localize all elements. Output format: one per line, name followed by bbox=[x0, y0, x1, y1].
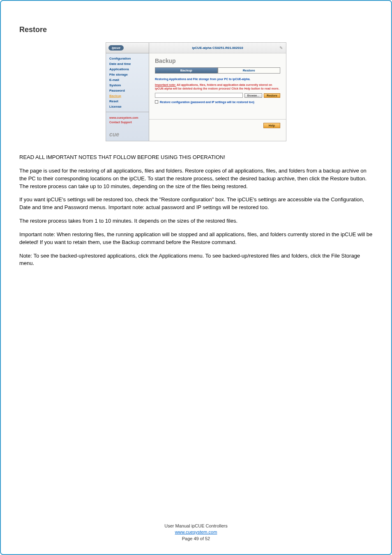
nav-license[interactable]: License bbox=[109, 104, 145, 109]
footer-page-num: Page 49 of 52 bbox=[1, 536, 391, 542]
nav-file-storage[interactable]: File storage bbox=[109, 72, 145, 77]
warning-prefix: Important note: bbox=[155, 83, 176, 86]
header-title: ipCUE-alpha CS0251.R01.002010 bbox=[192, 46, 243, 50]
instruction-text: Restoring Applications and File storage … bbox=[155, 78, 280, 81]
tab-restore[interactable]: Restore bbox=[218, 67, 281, 74]
nav-backup[interactable]: Backup bbox=[109, 93, 145, 99]
nav-password[interactable]: Password bbox=[109, 88, 145, 93]
check-row: Restore configuration (password and IP s… bbox=[155, 100, 280, 104]
app-window: ipcue Configuration Date and time Applic… bbox=[106, 42, 286, 141]
footer-link-site[interactable]: www.cuesystem.com bbox=[109, 115, 145, 120]
nav-applications[interactable]: Applications bbox=[109, 67, 145, 72]
footer-line1: User Manual ipCUE Controllers bbox=[1, 523, 391, 529]
body-p4: The restore process takes from 1 to 10 m… bbox=[19, 217, 373, 225]
body-p5: Important note: When restoring files, th… bbox=[19, 231, 373, 246]
nav-section: Configuration Date and time Applications… bbox=[106, 53, 149, 112]
warning-text: Important note: All applications, files,… bbox=[155, 83, 280, 90]
help-button[interactable]: Help bbox=[263, 123, 280, 128]
browse-button[interactable]: Browse... bbox=[244, 93, 262, 98]
file-input[interactable] bbox=[155, 93, 243, 98]
body-p6: Note: To see the backed-up/restored appl… bbox=[19, 252, 373, 268]
sidebar: ipcue Configuration Date and time Applic… bbox=[106, 43, 149, 141]
footer-link-support[interactable]: Contact Support bbox=[109, 120, 145, 124]
app-screenshot: ipcue Configuration Date and time Applic… bbox=[19, 42, 373, 141]
nav-email[interactable]: E-mail bbox=[109, 77, 145, 83]
body-p1: READ ALL IMPORTANT NOTES THAT FOLLOW BEF… bbox=[19, 154, 373, 161]
content-body: Backup Backup Restore Restoring Applicat… bbox=[149, 53, 286, 119]
restore-button[interactable]: Restore bbox=[264, 93, 280, 98]
file-row: Browse... Restore bbox=[155, 93, 280, 98]
section-title: Restore bbox=[19, 25, 373, 34]
nav-footer: www.cuesystem.com Contact Support bbox=[106, 112, 149, 128]
checkbox-label: Restore configuration (password and IP s… bbox=[160, 101, 254, 104]
cue-brand: cue bbox=[106, 128, 149, 141]
main-area: ipCUE-alpha CS0251.R01.002010 ✎ Backup B… bbox=[149, 43, 286, 141]
help-row: Help bbox=[149, 119, 286, 134]
logo-badge: ipcue bbox=[108, 45, 124, 51]
body-p3: If you want ipCUE's settings will be res… bbox=[19, 196, 373, 212]
tab-backup[interactable]: Backup bbox=[155, 67, 218, 74]
footer-link[interactable]: www.cuesystem.com bbox=[175, 530, 217, 534]
nav-configuration[interactable]: Configuration bbox=[109, 56, 145, 61]
tabs-row: Backup Restore bbox=[155, 67, 280, 74]
restore-config-checkbox[interactable] bbox=[155, 100, 158, 104]
panel-title: Backup bbox=[155, 58, 280, 64]
header-bar: ipCUE-alpha CS0251.R01.002010 ✎ bbox=[149, 43, 286, 53]
body-p2: The page is used for the restoring of al… bbox=[19, 167, 373, 191]
nav-system[interactable]: System bbox=[109, 83, 145, 88]
page-footer: User Manual ipCUE Controllers www.cuesys… bbox=[1, 523, 391, 542]
nav-reset[interactable]: Reset bbox=[109, 99, 145, 104]
logo-area: ipcue bbox=[106, 43, 149, 53]
edit-icon[interactable]: ✎ bbox=[279, 46, 283, 50]
nav-date-time[interactable]: Date and time bbox=[109, 61, 145, 67]
